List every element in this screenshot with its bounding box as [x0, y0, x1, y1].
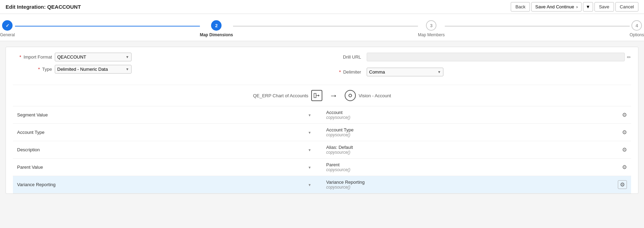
drill-url-row: Drill URL ✏ — [329, 53, 631, 61]
type-dropdown-arrow[interactable]: ▼ — [126, 67, 129, 71]
form-col-right: Drill URL ✏ * Delimiter ▼ — [329, 53, 631, 80]
settings-gear-icon[interactable]: ⚙ — [622, 129, 627, 135]
target-name: Vision - Account — [359, 93, 391, 98]
back-button[interactable]: Back — [511, 2, 530, 12]
mapping-row: Segment Value ▼ Account copysource() ⚙ — [13, 106, 631, 124]
target-label: Vision - Account — [345, 90, 391, 101]
source-field-label: Description — [17, 147, 40, 152]
import-format-dropdown-arrow[interactable]: ▼ — [126, 55, 129, 59]
svg-marker-2 — [318, 94, 320, 97]
import-format-label: * Import Format — [13, 54, 55, 60]
row-dropdown-arrow[interactable]: ▼ — [308, 166, 312, 169]
target-field-sub: copysource() — [326, 132, 602, 137]
save-continue-button[interactable]: Save And Continue › — [531, 2, 582, 12]
settings-cell: ⚙ — [606, 141, 631, 159]
form-col-left: * Import Format ▼ * Type ▼ — [13, 53, 315, 80]
source-cell: Parent Value — [13, 159, 297, 176]
chevron-right-icon: › — [576, 4, 578, 9]
source-cell: Variance Reporting — [13, 176, 297, 193]
type-row: * Type ▼ — [13, 65, 315, 74]
step-2-label: Map Dimensions — [200, 32, 233, 37]
step-3-label: Map Members — [418, 32, 445, 37]
step-line-2-3 — [233, 26, 418, 26]
row-dropdown-arrow[interactable]: ▼ — [308, 148, 312, 152]
cancel-button[interactable]: Cancel — [615, 2, 638, 12]
arrow-cell: ▼ — [297, 141, 322, 159]
mapping-row: Account Type ▼ Account Type copysource()… — [13, 124, 631, 141]
target-field-name: Alias: Default — [326, 145, 353, 150]
arrow-cell: ▼ — [297, 176, 322, 193]
settings-gear-icon[interactable]: ⚙ — [622, 147, 627, 153]
import-format-row: * Import Format ▼ — [13, 53, 315, 61]
delimiter-select[interactable]: ▼ — [367, 68, 443, 76]
arrow-cell: ▼ — [297, 159, 322, 176]
target-field-sub: copysource() — [326, 167, 602, 172]
target-field-name: Variance Reporting — [326, 180, 365, 185]
step-1-label: General — [0, 32, 15, 37]
source-field-label: Parent Value — [17, 165, 43, 170]
mapping-row: Parent Value ▼ Parent copysource() ⚙ — [13, 159, 631, 176]
target-cell: Account Type copysource() — [322, 124, 606, 141]
row-dropdown-arrow[interactable]: ▼ — [308, 113, 312, 117]
delimiter-row: * Delimiter ▼ — [329, 68, 631, 76]
source-label: QE_ERP Chart of Accounts — [253, 90, 322, 101]
source-icon — [311, 90, 322, 101]
main-content: * Import Format ▼ * Type ▼ — [0, 41, 644, 199]
settings-gear-icon[interactable]: ⚙ — [618, 180, 627, 189]
type-label: * Type — [13, 67, 55, 72]
row-dropdown-arrow[interactable]: ▼ — [308, 183, 312, 187]
header-bar: Edit Integration: QEACCOUNT Back Save An… — [0, 0, 644, 14]
source-field-label: Segment Value — [17, 112, 48, 117]
target-inner-circle — [349, 94, 352, 97]
step-3-circle: 3 — [426, 20, 436, 31]
source-db-icon — [313, 92, 320, 99]
delimiter-required-star: * — [339, 69, 341, 75]
settings-gear-icon[interactable]: ⚙ — [622, 112, 627, 118]
required-star: * — [20, 54, 21, 60]
stepper: ✓ General 2 Map Dimensions 3 Map Members… — [0, 14, 644, 41]
svg-rect-0 — [314, 93, 316, 98]
type-input[interactable] — [57, 67, 124, 72]
target-field-name: Parent — [326, 162, 339, 167]
edit-icon[interactable]: ✏ — [627, 54, 631, 60]
source-field-label: Account Type — [17, 130, 45, 135]
settings-gear-icon[interactable]: ⚙ — [622, 164, 627, 170]
source-field-label: Variance Reporting — [17, 182, 55, 187]
settings-cell: ⚙ — [606, 176, 631, 193]
form-card: * Import Format ▼ * Type ▼ — [6, 47, 638, 194]
target-field-sub: copysource() — [326, 115, 602, 120]
arrow-cell: ▼ — [297, 106, 322, 124]
import-format-input[interactable] — [57, 54, 124, 60]
step-2-circle: 2 — [211, 20, 222, 31]
mapping-row: Description ▼ Alias: Default copysource(… — [13, 141, 631, 159]
target-cell: Alias: Default copysource() — [322, 141, 606, 159]
target-field-sub: copysource() — [326, 185, 602, 190]
step-1-general[interactable]: ✓ General — [0, 20, 15, 37]
step-2-map-dimensions[interactable]: 2 Map Dimensions — [200, 20, 233, 37]
step-4-circle: 4 — [631, 20, 642, 31]
source-cell: Description — [13, 141, 297, 159]
target-cell: Variance Reporting copysource() — [322, 176, 606, 193]
step-4-label: Options — [630, 32, 644, 37]
target-field-sub: copysource() — [326, 150, 602, 155]
delimiter-input[interactable] — [369, 69, 436, 75]
drill-url-input[interactable] — [367, 53, 625, 61]
mapping-table: Segment Value ▼ Account copysource() ⚙ A… — [13, 106, 631, 193]
type-required-star: * — [38, 67, 40, 72]
dropdown-arrow-icon: ▼ — [586, 4, 590, 9]
step-4-options[interactable]: 4 Options — [630, 20, 644, 37]
form-fields-section: * Import Format ▼ * Type ▼ — [13, 53, 631, 85]
import-format-select[interactable]: ▼ — [55, 53, 132, 61]
delimiter-label: * Delimiter — [329, 69, 364, 75]
settings-cell: ⚙ — [606, 106, 631, 124]
source-name: QE_ERP Chart of Accounts — [253, 93, 308, 98]
arrow-cell: ▼ — [297, 124, 322, 141]
mapping-header: QE_ERP Chart of Accounts → Vision - Acco… — [13, 85, 631, 106]
step-3-map-members[interactable]: 3 Map Members — [418, 20, 445, 37]
save-dropdown-button[interactable]: ▼ — [583, 2, 593, 12]
target-cell: Account copysource() — [322, 106, 606, 124]
row-dropdown-arrow[interactable]: ▼ — [308, 131, 312, 135]
delimiter-dropdown-arrow[interactable]: ▼ — [437, 70, 441, 74]
save-button[interactable]: Save — [594, 2, 614, 12]
type-select[interactable]: ▼ — [55, 65, 132, 74]
